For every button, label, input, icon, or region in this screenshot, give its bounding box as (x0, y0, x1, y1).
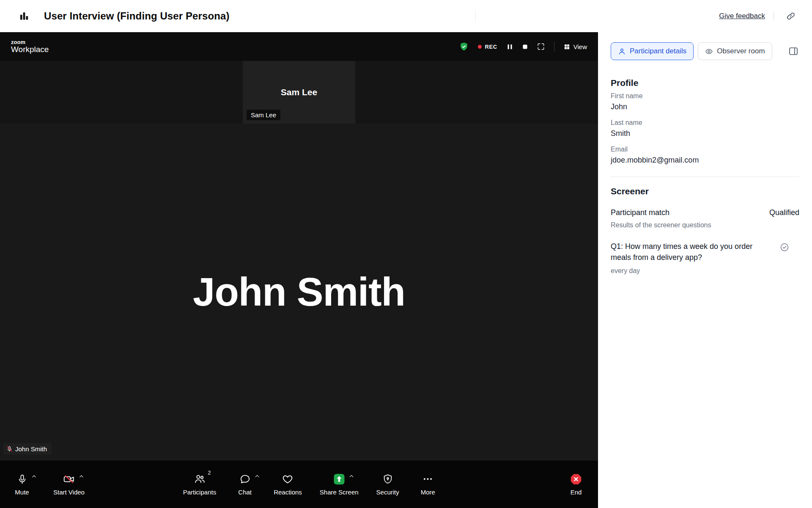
mute-label: Mute (15, 489, 29, 496)
screener-heading: Screener (611, 186, 799, 196)
pause-icon (507, 44, 513, 50)
page-title: User Interview (Finding User Persona) (44, 10, 229, 22)
more-label: More (421, 489, 435, 496)
header-actions-divider (774, 11, 774, 21)
camera-off-icon (63, 474, 75, 485)
start-video-label: Start Video (53, 489, 85, 496)
pause-recording-button[interactable] (507, 44, 513, 50)
screener-subtitle: Results of the screener questions (611, 221, 799, 229)
end-call-icon (570, 473, 582, 485)
observer-icon (705, 47, 713, 55)
zoom-toolbar: Mute (0, 461, 598, 508)
app-logo-icon (19, 11, 30, 22)
fullscreen-icon (537, 43, 545, 50)
start-video-button[interactable]: Start Video (53, 473, 85, 496)
share-screen-icon (333, 473, 345, 485)
link-icon (786, 11, 796, 21)
shield-icon (382, 474, 393, 485)
reactions-label: Reactions (274, 489, 302, 496)
give-feedback-link[interactable]: Give feedback (719, 12, 765, 20)
active-speaker-name: John Smith (193, 269, 405, 315)
participant-video-tile[interactable]: Sam Lee Sam Lee (243, 61, 355, 124)
encryption-shield-button[interactable] (459, 41, 469, 52)
mute-options-chevron-up-icon[interactable] (31, 473, 37, 480)
reactions-button[interactable]: Reactions (274, 473, 302, 496)
fullscreen-button[interactable] (537, 43, 545, 50)
field-label: Last name (611, 119, 799, 127)
profile-heading: Profile (611, 78, 799, 88)
workplace-brand-text: Workplace (11, 45, 49, 54)
copy-link-button[interactable] (782, 8, 799, 25)
panel-body: Profile First name John Last name Smith … (598, 60, 812, 275)
zoom-brand-text: zoom (11, 39, 49, 45)
chat-icon (239, 474, 250, 485)
tab-observer-room[interactable]: Observer room (698, 42, 772, 60)
share-screen-label: Share Screen (320, 489, 359, 496)
chat-label: Chat (238, 489, 252, 496)
section-divider (611, 177, 799, 177)
zoom-header-controls: REC (459, 41, 587, 52)
participants-button[interactable]: 2 Participants (183, 473, 216, 496)
header-divider (475, 10, 476, 22)
screener-question: Q1: How many times a week do you order m… (611, 241, 780, 263)
more-button[interactable]: More (417, 473, 439, 496)
mic-off-icon (6, 446, 13, 452)
screener-answer: every day (611, 267, 799, 275)
recording-indicator: REC (478, 44, 497, 50)
active-speaker-stage: John Smith John Smith (0, 124, 598, 461)
participant-name-tag: Sam Lee (247, 110, 280, 120)
share-options-chevron-up-icon[interactable] (348, 473, 354, 480)
details-panel: Participant details Observer room (598, 32, 812, 508)
ellipsis-icon (422, 474, 433, 485)
zoom-header-divider (554, 41, 554, 52)
toolbar-center-group: 2 Participants (183, 473, 439, 496)
grid-view-icon (564, 44, 570, 50)
participant-name: Sam Lee (281, 87, 317, 97)
person-icon (618, 47, 626, 55)
share-screen-button[interactable]: Share Screen (320, 473, 359, 496)
participants-label: Participants (183, 489, 216, 496)
panel-tabs: Participant details Observer room (598, 32, 812, 60)
top-app-bar: User Interview (Finding User Persona) Gi… (0, 0, 812, 32)
stop-icon (522, 44, 528, 50)
participant-match-status: Qualified (769, 208, 799, 217)
field-value: John (611, 102, 799, 111)
video-options-chevron-up-icon[interactable] (79, 473, 84, 480)
participants-icon (194, 474, 205, 485)
collapse-panel-button[interactable] (787, 44, 800, 58)
end-meeting-button[interactable]: End (565, 473, 587, 496)
active-speaker-tag-text: John Smith (15, 445, 47, 453)
view-label: View (573, 43, 587, 50)
tab-participant-details-label: Participant details (630, 47, 686, 55)
rec-dot (478, 45, 482, 49)
end-label: End (571, 489, 582, 496)
field-label: First name (611, 92, 799, 100)
zoom-meeting-window: zoom Workplace REC (0, 32, 598, 508)
check-circle-icon (780, 243, 789, 252)
field-value: Smith (611, 129, 799, 138)
view-button[interactable]: View (564, 43, 587, 50)
collapse-panel-icon (788, 46, 798, 56)
profile-field-email: Email jdoe.mobbin2@gmail.com (611, 146, 799, 165)
security-label: Security (376, 489, 399, 496)
zoom-workplace-logo: zoom Workplace (11, 39, 49, 54)
mic-icon (17, 474, 27, 485)
participants-count-badge: 2 (208, 469, 211, 476)
profile-field-first-name: First name John (611, 92, 799, 111)
tab-participant-details[interactable]: Participant details (611, 42, 694, 60)
participant-match-label: Participant match (611, 208, 669, 217)
toolbar-left-group: Mute (11, 473, 85, 496)
profile-field-last-name: Last name Smith (611, 119, 799, 138)
main-layout: zoom Workplace REC (0, 32, 812, 508)
mute-button[interactable]: Mute (11, 473, 33, 496)
thumbnail-strip: Sam Lee Sam Lee (0, 61, 598, 124)
chat-options-chevron-up-icon[interactable] (254, 473, 260, 480)
encryption-shield-icon (459, 41, 469, 52)
stop-recording-button[interactable] (522, 44, 528, 50)
chat-button[interactable]: Chat (234, 473, 256, 496)
header-actions: Give feedback (719, 8, 799, 25)
security-button[interactable]: Security (376, 473, 399, 496)
zoom-header: zoom Workplace REC (0, 32, 598, 61)
participant-match-row: Participant match Qualified (611, 208, 799, 217)
rec-label: REC (485, 44, 497, 50)
